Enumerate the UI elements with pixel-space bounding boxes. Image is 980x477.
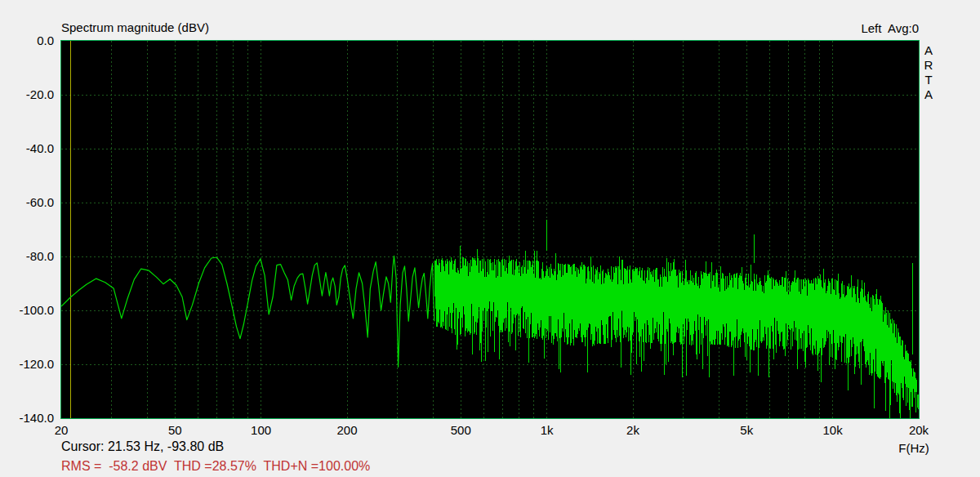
- y-tick-label: -120.0: [0, 357, 54, 371]
- x-tick-label: 500: [432, 423, 489, 437]
- y-tick-label: -20.0: [0, 87, 54, 101]
- cursor-readout: Cursor: 21.53 Hz, -93.80 dB: [61, 439, 224, 454]
- rms-thd-readout: RMS = -58.2 dBV THD =28.57% THD+N =100.0…: [61, 459, 370, 474]
- y-tick-label: -80.0: [0, 249, 54, 263]
- y-tick-label: 0.0: [0, 33, 54, 47]
- arta-window: Spectrum magnitude (dBV) Left Avg:0 A R …: [0, 0, 980, 477]
- arta-watermark: A R T A: [922, 43, 935, 102]
- x-tick-label: 20: [33, 423, 90, 437]
- y-tick-label: -40.0: [0, 141, 54, 155]
- spectrum-trace-noise: [434, 246, 919, 418]
- spectrum-plot[interactable]: [61, 41, 919, 418]
- y-tick-label: -60.0: [0, 195, 54, 209]
- x-tick-label: 200: [318, 423, 376, 437]
- x-tick-label: 20k: [890, 423, 947, 437]
- x-axis-unit-label: F(Hz): [889, 441, 938, 455]
- x-tick-label: 10k: [804, 423, 862, 437]
- x-tick-label: 5k: [718, 423, 775, 437]
- y-tick-label: -100.0: [0, 303, 54, 317]
- x-tick-label: 2k: [604, 423, 662, 437]
- x-tick-label: 100: [233, 423, 290, 437]
- x-tick-label: 1k: [519, 423, 576, 437]
- channel-average-info: Left Avg:0: [755, 21, 919, 35]
- plot-title: Spectrum magnitude (dBV): [61, 20, 209, 34]
- x-tick-label: 50: [146, 423, 203, 437]
